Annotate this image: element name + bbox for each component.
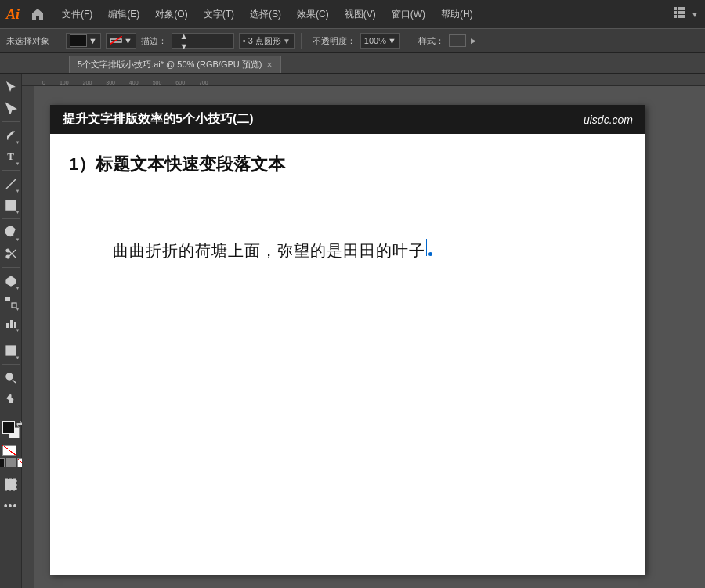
selection-tool-button[interactable] bbox=[1, 77, 21, 97]
stroke-value-selector[interactable]: ▲ ▼ bbox=[172, 33, 234, 49]
fill-dropdown-arrow: ▼ bbox=[89, 36, 97, 45]
gradient-tool-arrow: ▼ bbox=[16, 355, 20, 360]
draw-inside-button[interactable] bbox=[1, 474, 21, 495]
left-toolbar: ▼ T ▼ ▼ ▼ ▼ bbox=[0, 74, 22, 588]
color-area: ⇄ bbox=[1, 420, 21, 456]
document-header-title: 提升文字排版效率的5个小技巧(二) bbox=[63, 111, 254, 128]
recolor-tool-arrow: ▼ bbox=[16, 286, 20, 290]
stroke-label: 描边： bbox=[141, 35, 167, 47]
menu-bar: Ai 文件(F) 编辑(E) 对象(O) 文字(T) 选择(S) 效果(C) 视… bbox=[0, 0, 705, 28]
home-button[interactable] bbox=[27, 4, 48, 24]
type-tool-icon: T bbox=[7, 150, 14, 163]
vertical-ruler bbox=[22, 86, 34, 588]
text-line-1[interactable]: 曲曲折折的荷塘上面，弥望的是田田的叶子 bbox=[113, 239, 617, 262]
cursor-dot bbox=[428, 252, 432, 256]
line-tool-arrow: ▼ bbox=[16, 189, 20, 193]
svg-line-1 bbox=[110, 36, 122, 45]
document-header: 提升文字排版效率的5个小技巧(二) uisdc.com bbox=[50, 105, 645, 134]
stroke-icon-arrow: ▼ bbox=[124, 36, 132, 45]
menu-effect[interactable]: 效果(C) bbox=[291, 6, 335, 23]
menu-edit[interactable]: 编辑(E) bbox=[102, 6, 146, 23]
line-tool-button[interactable]: ▼ bbox=[1, 174, 21, 194]
toolbar-sep-6 bbox=[2, 364, 20, 365]
toolbar-sep-4 bbox=[2, 267, 20, 268]
opacity-value: 100% bbox=[364, 36, 386, 45]
no-selection-label: 未选择对象 bbox=[6, 35, 61, 47]
document-header-brand: uisdc.com bbox=[584, 114, 633, 126]
style-more-arrow[interactable]: ▶ bbox=[471, 37, 476, 45]
stroke-icon-btn[interactable]: ▼ bbox=[106, 33, 136, 49]
menu-type[interactable]: 文字(T) bbox=[197, 6, 240, 23]
text-content-area: 曲曲折折的荷塘上面，弥望的是田田的叶子 bbox=[50, 176, 645, 262]
brush-dropdown-arrow: ▼ bbox=[283, 37, 291, 45]
svg-rect-12 bbox=[6, 323, 9, 328]
brush-selector[interactable]: • 3 点圆形 ▼ bbox=[239, 33, 295, 49]
gradient-tool-button[interactable]: ▼ bbox=[1, 341, 21, 361]
section-title: 1）标题文本快速变段落文本 bbox=[50, 134, 645, 176]
shape-tool-button[interactable]: ▼ bbox=[1, 195, 21, 215]
opacity-dropdown-arrow: ▼ bbox=[388, 36, 396, 45]
document-tab[interactable]: 5个文字排版小技巧.ai* @ 50% (RGB/GPU 预览) × bbox=[69, 56, 281, 73]
svg-rect-21 bbox=[8, 482, 14, 488]
rotate-tool-arrow: ▼ bbox=[16, 237, 20, 242]
style-swatch[interactable] bbox=[449, 34, 466, 47]
fill-swatch[interactable] bbox=[70, 34, 87, 47]
menu-select[interactable]: 选择(S) bbox=[244, 6, 287, 23]
tab-bar: 5个文字排版小技巧.ai* @ 50% (RGB/GPU 预览) × bbox=[0, 53, 705, 74]
pen-tool-button[interactable]: ▼ bbox=[1, 125, 21, 146]
none-color-indicator[interactable] bbox=[2, 445, 16, 456]
hand-tool-button[interactable] bbox=[1, 389, 21, 409]
svg-rect-14 bbox=[14, 322, 16, 328]
blend-tool-button[interactable]: ▼ bbox=[1, 292, 21, 312]
fg-bg-swatches[interactable]: ⇄ bbox=[1, 420, 21, 440]
menu-help[interactable]: 帮助(H) bbox=[435, 6, 479, 23]
document-canvas: 提升文字排版效率的5个小技巧(二) uisdc.com 1）标题文本快速变段落文… bbox=[50, 105, 645, 575]
main-area: ▼ T ▼ ▼ ▼ ▼ bbox=[0, 74, 705, 588]
stroke-up-arrow[interactable]: ▲ bbox=[179, 31, 190, 41]
pen-tool-arrow: ▼ bbox=[16, 140, 20, 145]
svg-marker-9 bbox=[9, 279, 13, 284]
shape-tool-arrow: ▼ bbox=[16, 210, 20, 215]
fill-color-selector[interactable]: ▼ bbox=[66, 33, 101, 49]
tab-close-button[interactable]: × bbox=[266, 60, 272, 70]
rotate-tool-button[interactable]: ▼ bbox=[1, 222, 21, 243]
text-content: 曲曲折折的荷塘上面，弥望的是田田的叶子 bbox=[113, 240, 425, 262]
more-tools-icon: ••• bbox=[4, 500, 18, 512]
recolor-tool-button[interactable]: ▼ bbox=[1, 271, 21, 291]
black-swatch[interactable] bbox=[0, 458, 5, 467]
type-tool-arrow: ▼ bbox=[16, 161, 20, 166]
opacity-label: 不透明度： bbox=[313, 35, 356, 47]
svg-rect-10 bbox=[5, 297, 10, 301]
svg-point-4 bbox=[6, 255, 9, 258]
svg-rect-3 bbox=[6, 200, 16, 210]
menu-view[interactable]: 视图(V) bbox=[338, 6, 382, 23]
options-bar: 未选择对象 ▼ ▼ 描边： ▲ ▼ • 3 点圆形 ▼ 不透明度： 100% ▼… bbox=[0, 28, 705, 53]
horizontal-ruler: 0 100 200 300 400 500 600 700 bbox=[22, 74, 705, 86]
divider-1 bbox=[301, 33, 302, 49]
svg-line-2 bbox=[6, 179, 16, 189]
svg-point-18 bbox=[6, 373, 13, 380]
type-tool-button[interactable]: T ▼ bbox=[1, 146, 21, 167]
menu-file[interactable]: 文件(F) bbox=[56, 6, 99, 23]
stroke-down-arrow[interactable]: ▼ bbox=[179, 41, 190, 51]
scissors-tool-button[interactable] bbox=[1, 243, 21, 264]
text-insertion-cursor bbox=[426, 239, 427, 256]
toolbar-sep-8 bbox=[2, 471, 20, 471]
gray-swatch[interactable] bbox=[6, 458, 16, 467]
svg-line-19 bbox=[13, 380, 16, 383]
toolbar-sep-3 bbox=[2, 218, 20, 219]
more-tools-button[interactable]: ••• bbox=[1, 496, 21, 516]
menu-window[interactable]: 窗口(W) bbox=[385, 6, 432, 23]
opacity-selector[interactable]: 100% ▼ bbox=[360, 33, 400, 49]
toolbar-sep-2 bbox=[2, 170, 20, 171]
chart-tool-button[interactable]: ▼ bbox=[1, 313, 21, 334]
tab-label: 5个文字排版小技巧.ai* @ 50% (RGB/GPU 预览) bbox=[78, 59, 262, 70]
zoom-tool-button[interactable] bbox=[1, 368, 21, 388]
canvas-area: 0 100 200 300 400 500 600 700 提升文字排版效率的5… bbox=[22, 74, 705, 588]
brush-label: • 3 点圆形 bbox=[243, 35, 281, 47]
direct-selection-tool-button[interactable] bbox=[1, 98, 21, 118]
foreground-color-swatch[interactable] bbox=[2, 421, 15, 434]
workspace-switcher[interactable]: ▼ bbox=[674, 7, 699, 21]
menu-object[interactable]: 对象(O) bbox=[149, 6, 193, 23]
chart-tool-arrow: ▼ bbox=[16, 328, 20, 333]
